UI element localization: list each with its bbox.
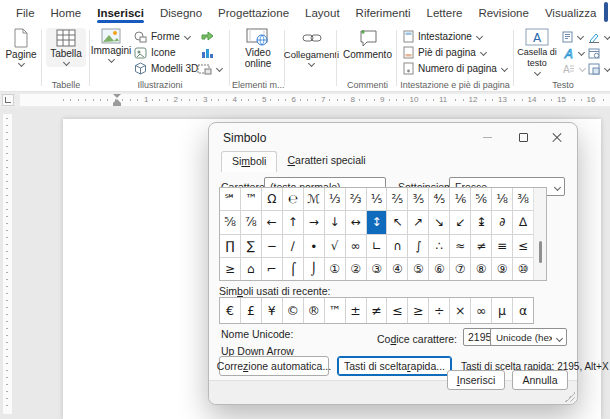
symbol-cell[interactable]: ™ <box>241 188 261 210</box>
symbol-cell[interactable]: ≡ <box>492 235 512 257</box>
numero-di-pagina-button[interactable]: Numero di pagina <box>403 61 508 76</box>
grafico-button[interactable] <box>200 45 214 60</box>
data-e-ora-button[interactable] <box>588 45 600 60</box>
symbol-cell[interactable]: ① <box>325 258 345 280</box>
tab-caratteri-speciali[interactable]: Caratteri speciali <box>277 151 375 172</box>
menu-tab-home[interactable]: Home <box>43 2 90 25</box>
symbol-cell[interactable]: ← <box>262 211 282 233</box>
oggetto-button[interactable] <box>588 61 610 76</box>
symbol-cell[interactable]: ⅘ <box>429 188 449 210</box>
recent-symbol-cell[interactable]: α <box>513 298 533 323</box>
intestazione-button[interactable]: Intestazione <box>403 29 483 44</box>
symbol-cell[interactable]: ∏ <box>220 235 240 257</box>
recent-symbol-cell[interactable]: ¥ <box>262 298 282 323</box>
maximize-button[interactable] <box>511 128 535 146</box>
menu-tab-progettazione[interactable]: Progettazione <box>210 2 297 25</box>
forme-button[interactable]: Forme <box>134 29 191 44</box>
symbol-cell[interactable]: Ω <box>262 188 282 210</box>
symbol-cell[interactable]: ② <box>346 258 366 280</box>
symbol-cell[interactable]: √ <box>325 235 345 257</box>
symbol-cell[interactable]: ③ <box>367 258 387 280</box>
recent-symbol-cell[interactable]: × <box>450 298 470 323</box>
symbol-cell[interactable]: ∫ <box>408 235 428 257</box>
symbol-cell[interactable]: ∕ <box>283 235 303 257</box>
symbol-cell[interactable]: ⑧ <box>471 258 491 280</box>
symbol-cell[interactable]: ⑥ <box>429 258 449 280</box>
symbol-cell[interactable]: ⌐ <box>262 258 282 280</box>
symbol-cell[interactable]: ⑦ <box>450 258 470 280</box>
menu-tab-lettere[interactable]: Lettere <box>419 2 471 25</box>
insert-button[interactable]: Inserisci <box>447 370 505 390</box>
collegamenti-button[interactable]: Collegamenti <box>287 28 336 67</box>
symbol-cell[interactable]: ⅗ <box>408 188 428 210</box>
close-button[interactable] <box>545 128 569 146</box>
resize-grip[interactable] <box>565 392 575 402</box>
symbol-cell[interactable]: ⑩ <box>513 258 533 280</box>
symbol-cell[interactable]: ⅚ <box>471 188 491 210</box>
pie-di-pagina-button[interactable]: Piè di pagina <box>403 45 487 60</box>
symbol-cell[interactable]: ⑤ <box>408 258 428 280</box>
symbol-cell[interactable]: ⅛ <box>492 188 512 210</box>
symbol-cell[interactable]: ⅜ <box>513 188 533 210</box>
symbol-cell[interactable]: ↨ <box>471 211 491 233</box>
recent-symbol-cell[interactable]: ≠ <box>367 298 387 323</box>
symbol-cell[interactable]: ⅔ <box>346 188 366 210</box>
symbol-cell[interactable]: ∑ <box>241 235 261 257</box>
cancel-button[interactable]: Annulla <box>512 370 568 390</box>
wordart-button[interactable]: A <box>562 45 585 60</box>
screenshot-button[interactable] <box>197 61 223 76</box>
menu-tab-file[interactable]: File <box>8 2 43 25</box>
symbol-cell-selected[interactable]: ↕ <box>367 211 387 233</box>
recent-symbol-cell[interactable]: © <box>283 298 303 323</box>
symbol-cell[interactable]: ⅓ <box>325 188 345 210</box>
symbol-cell[interactable]: ⅙ <box>450 188 470 210</box>
recent-symbol-cell[interactable]: µ <box>492 298 512 323</box>
recent-symbol-cell[interactable]: ® <box>304 298 324 323</box>
casella-di-testo-button[interactable]: A Casella di testo <box>516 28 558 76</box>
symbol-cell[interactable]: ↘ <box>429 211 449 233</box>
recent-symbol-cell[interactable]: ± <box>346 298 366 323</box>
menu-tab-layout[interactable]: Layout <box>297 2 348 25</box>
immagini-button[interactable]: Immagini <box>92 28 130 63</box>
symbol-cell[interactable]: ℮ <box>283 188 303 210</box>
recent-symbol-cell[interactable]: ≥ <box>408 298 428 323</box>
menu-tab-disegno[interactable]: Disegno <box>152 2 210 25</box>
symbol-cell[interactable]: ↖ <box>387 211 407 233</box>
recent-symbol-cell[interactable]: ∞ <box>471 298 491 323</box>
symbol-cell[interactable]: ↙ <box>450 211 470 233</box>
symbol-cell[interactable]: ⌠ <box>283 258 303 280</box>
minimize-button[interactable] <box>475 128 499 146</box>
pagine-button[interactable]: Pagine <box>3 28 39 67</box>
icone-button[interactable]: Icone <box>134 45 175 60</box>
symbol-cell[interactable]: ⌂ <box>241 258 261 280</box>
shortcut-keys-button[interactable]: Tasti di scelta rapida... <box>337 356 452 376</box>
tabella-button[interactable]: Tabella <box>46 28 86 67</box>
symbol-cell[interactable]: ↑ <box>283 211 303 233</box>
menu-tab-visualizza[interactable]: Visualizza <box>537 2 605 25</box>
menu-tab-inserisci[interactable]: Inserisci <box>89 2 152 25</box>
grid-scrollbar[interactable] <box>533 188 546 280</box>
symbol-cell[interactable]: ⌡ <box>304 258 324 280</box>
symbol-cell[interactable]: ∞ <box>346 235 366 257</box>
symbol-cell[interactable]: ⅝ <box>220 211 240 233</box>
symbol-cell[interactable]: → <box>304 211 324 233</box>
symbol-cell[interactable]: ≠ <box>471 235 491 257</box>
commento-button[interactable]: Commento <box>341 28 394 60</box>
symbol-cell[interactable]: ⅞ <box>241 211 261 233</box>
smartart-button[interactable] <box>200 29 214 44</box>
menu-tab-revisione[interactable]: Revisione <box>470 2 537 25</box>
symbol-cell[interactable]: ④ <box>387 258 407 280</box>
recent-symbol-cell[interactable]: ™ <box>325 298 345 323</box>
symbol-cell[interactable]: ⅖ <box>387 188 407 210</box>
tab-selector[interactable] <box>2 94 14 106</box>
scrollbar-thumb[interactable] <box>539 241 542 263</box>
video-online-button[interactable]: Video online <box>234 28 282 69</box>
symbol-cell[interactable]: ∙ <box>304 235 324 257</box>
recent-symbol-cell[interactable]: ≤ <box>387 298 407 323</box>
symbol-cell[interactable]: ≥ <box>220 258 240 280</box>
symbol-cell[interactable]: ℠ <box>220 188 240 210</box>
symbol-cell[interactable]: ≤ <box>513 235 533 257</box>
symbol-cell[interactable]: ∴ <box>429 235 449 257</box>
parti-rapide-button[interactable] <box>562 29 584 44</box>
symbol-cell[interactable]: ℳ <box>304 188 324 210</box>
